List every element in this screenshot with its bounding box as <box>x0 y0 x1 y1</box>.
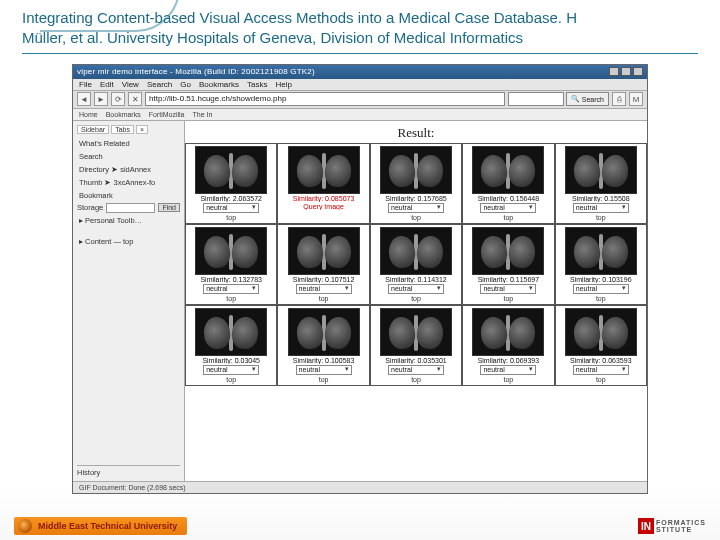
similarity-label: Similarity: 0.03045 <box>202 357 260 364</box>
relevance-select[interactable]: neutral <box>388 203 444 213</box>
tree-root[interactable]: ▸ Personal Toolb… <box>77 215 180 226</box>
ct-thumbnail[interactable] <box>565 227 637 275</box>
relevance-select[interactable]: neutral <box>480 203 536 213</box>
relevance-select[interactable]: neutral <box>480 284 536 294</box>
menu-help[interactable]: Help <box>275 80 291 89</box>
relevance-select[interactable]: neutral <box>573 284 629 294</box>
result-cell[interactable]: Similarity: 0.157685neutraltop <box>370 143 462 224</box>
reload-button[interactable]: ⟳ <box>111 92 125 106</box>
sidebar-history[interactable]: History <box>77 465 180 477</box>
bookmark-home[interactable]: Home <box>79 111 98 118</box>
annotation-label: top <box>226 214 236 221</box>
result-cell[interactable]: Similarity: 0.100583neutraltop <box>277 305 369 386</box>
menu-bookmarks[interactable]: Bookmarks <box>199 80 239 89</box>
ct-thumbnail[interactable] <box>195 308 267 356</box>
search-input[interactable] <box>508 92 564 106</box>
relevance-select[interactable]: neutral <box>203 203 259 213</box>
sidebar-item[interactable]: What's Related <box>77 138 180 149</box>
title-underline <box>22 53 698 54</box>
status-bar: GIF Document: Done (2.698 secs) <box>73 481 647 493</box>
relevance-select[interactable]: neutral <box>480 365 536 375</box>
ct-thumbnail[interactable] <box>195 146 267 194</box>
relevance-select[interactable]: neutral <box>296 365 352 375</box>
forward-button[interactable]: ► <box>94 92 108 106</box>
ct-thumbnail[interactable] <box>288 227 360 275</box>
storage-input[interactable] <box>106 203 155 213</box>
sidebar-item[interactable]: Bookmark <box>77 190 180 201</box>
menu-view[interactable]: View <box>122 80 139 89</box>
sidebar-item[interactable]: Thumb ➤ 3xcAnnex-fo <box>77 177 180 188</box>
tree-content[interactable]: ▸ Content — top <box>77 236 180 247</box>
find-button[interactable]: Find <box>158 203 180 212</box>
similarity-label: Similarity: 0.115697 <box>478 276 539 283</box>
menu-bar: File Edit View Search Go Bookmarks Tasks… <box>73 79 647 91</box>
result-cell[interactable]: Similarity: 0.107512neutraltop <box>277 224 369 305</box>
result-cell[interactable]: Similarity: 0.156448neutraltop <box>462 143 554 224</box>
relevance-select[interactable]: neutral <box>296 284 352 294</box>
result-cell[interactable]: Similarity: 0.15508neutraltop <box>555 143 647 224</box>
ct-thumbnail[interactable] <box>380 227 452 275</box>
menu-search[interactable]: Search <box>147 80 172 89</box>
similarity-label: Similarity: 0.15508 <box>572 195 630 202</box>
metu-text: Middle East Technical University <box>38 521 177 531</box>
result-cell[interactable]: Similarity: 2.063572neutraltop <box>185 143 277 224</box>
minimize-button[interactable] <box>609 67 619 76</box>
result-cell[interactable]: Similarity: 0.103196neutraltop <box>555 224 647 305</box>
ct-thumbnail[interactable] <box>380 146 452 194</box>
sidebar-tab-sidebar[interactable]: Sidebar <box>77 125 109 134</box>
result-cell[interactable]: Similarity: 0.069393neutraltop <box>462 305 554 386</box>
relevance-select[interactable]: neutral <box>388 365 444 375</box>
ct-thumbnail[interactable] <box>288 146 360 194</box>
maximize-button[interactable] <box>621 67 631 76</box>
bookmark-bookmarks[interactable]: Bookmarks <box>106 111 141 118</box>
status-text: GIF Document: Done (2.698 secs) <box>79 484 186 491</box>
bookmark-thein[interactable]: The In <box>193 111 213 118</box>
print-button[interactable]: ⎙ <box>612 92 626 106</box>
ct-thumbnail[interactable] <box>472 227 544 275</box>
ct-thumbnail[interactable] <box>380 308 452 356</box>
back-button[interactable]: ◄ <box>77 92 91 106</box>
annotation-label: top <box>319 376 329 383</box>
url-bar[interactable]: http://lib-0.51.hcuge.ch/showdemo.php <box>145 92 505 106</box>
relevance-select[interactable]: neutral <box>203 365 259 375</box>
similarity-label: Similarity: 0.100583 <box>293 357 354 364</box>
ct-thumbnail[interactable] <box>195 227 267 275</box>
nav-toolbar: ◄ ► ⟳ ✕ http://lib-0.51.hcuge.ch/showdem… <box>73 91 647 109</box>
search-button[interactable]: 🔍 Search <box>566 92 609 106</box>
result-cell[interactable]: Similarity: 0.132783neutraltop <box>185 224 277 305</box>
menu-go[interactable]: Go <box>180 80 191 89</box>
ct-thumbnail[interactable] <box>472 146 544 194</box>
result-cell[interactable]: Similarity: 0.114312neutraltop <box>370 224 462 305</box>
ct-thumbnail[interactable] <box>565 146 637 194</box>
sidebar-tab-tabs[interactable]: Tabs <box>111 125 134 134</box>
ct-thumbnail[interactable] <box>288 308 360 356</box>
relevance-select[interactable]: neutral <box>573 365 629 375</box>
relevance-select[interactable]: neutral <box>388 284 444 294</box>
result-cell[interactable]: Similarity: 0.035301neutraltop <box>370 305 462 386</box>
stop-button[interactable]: ✕ <box>128 92 142 106</box>
window-titlebar[interactable]: viper mir demo interface - Mozilla (Buil… <box>73 65 647 79</box>
metu-logo-icon <box>18 519 32 533</box>
close-button[interactable] <box>633 67 643 76</box>
relevance-select[interactable]: neutral <box>573 203 629 213</box>
result-cell[interactable]: Similarity: 0.03045neutraltop <box>185 305 277 386</box>
result-cell[interactable]: Similarity: 0.063593neutraltop <box>555 305 647 386</box>
similarity-label: Similarity: 0.132783 <box>200 276 261 283</box>
mozilla-icon[interactable]: M <box>629 92 643 106</box>
relevance-select[interactable]: neutral <box>203 284 259 294</box>
result-cell[interactable]: Similarity: 0.085073Query Image <box>277 143 369 224</box>
annotation-label: top <box>504 376 514 383</box>
sidebar-item[interactable]: Directory ➤ sidAnnex <box>77 164 180 175</box>
ct-thumbnail[interactable] <box>472 308 544 356</box>
bookmark-fortimozilla[interactable]: FortiMozilla <box>149 111 185 118</box>
window-title: viper mir demo interface - Mozilla (Buil… <box>77 67 315 76</box>
ct-thumbnail[interactable] <box>565 308 637 356</box>
result-cell[interactable]: Similarity: 0.115697neutraltop <box>462 224 554 305</box>
slide-footer: Middle East Technical University IN FORM… <box>0 512 720 540</box>
sidebar-tab-close[interactable]: × <box>136 125 148 134</box>
menu-tasks[interactable]: Tasks <box>247 80 267 89</box>
sidebar-item[interactable]: Search <box>77 151 180 162</box>
menu-edit[interactable]: Edit <box>100 80 114 89</box>
search-button-label: Search <box>582 96 604 103</box>
menu-file[interactable]: File <box>79 80 92 89</box>
